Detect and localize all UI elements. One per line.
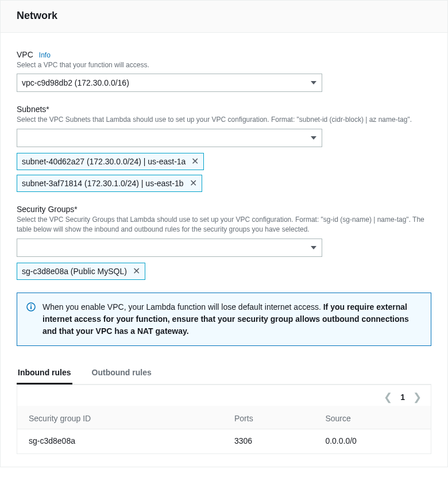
subnets-select[interactable]	[17, 129, 322, 147]
vpc-label-text: VPC	[17, 50, 33, 59]
column-ports: Ports	[224, 406, 315, 429]
alert-text-prefix: When you enable VPC, your Lambda functio…	[43, 302, 323, 312]
network-panel: Network VPC Info Select a VPC that your …	[0, 0, 448, 467]
subnets-field: Subnets* Select the VPC Subnets that Lam…	[17, 105, 431, 191]
panel-body: VPC Info Select a VPC that your function…	[1, 33, 447, 467]
security-groups-field: Security Groups* Select the VPC Security…	[17, 205, 431, 280]
panel-header: Network	[1, 1, 447, 33]
alert-text: When you enable VPC, your Lambda functio…	[43, 301, 422, 337]
close-icon[interactable]: ✕	[190, 179, 197, 188]
security-group-token: sg-c3d8e08a (Public MySQL) ✕	[17, 263, 145, 280]
security-groups-description: Select the VPC Security Groups that Lamb…	[17, 215, 431, 235]
security-groups-label-text: Security Groups*	[17, 205, 78, 214]
table-header-row: Security group ID Ports Source	[17, 406, 431, 429]
svg-point-1	[30, 304, 32, 305]
chevron-down-icon	[311, 136, 316, 140]
subnet-token: subnet-40d62a27 (172.30.0.0/24) | us-eas…	[17, 153, 204, 170]
subnets-tokens: subnet-40d62a27 (172.30.0.0/24) | us-eas…	[17, 153, 431, 192]
tab-inbound-rules[interactable]: Inbound rules	[17, 362, 72, 384]
vpc-select-value: vpc-c9d98db2 (172.30.0.0/16)	[22, 78, 129, 87]
rules-tabs: Inbound rules Outbound rules	[17, 362, 431, 385]
subnet-token: subnet-3af71814 (172.30.1.0/24) | us-eas…	[17, 175, 202, 192]
security-group-token-label: sg-c3d8e08a (Public MySQL)	[22, 267, 127, 276]
close-icon[interactable]: ✕	[133, 267, 140, 276]
column-security-group-id: Security group ID	[17, 406, 224, 429]
page-next-icon[interactable]: ❯	[413, 391, 422, 403]
vpc-internet-alert: When you enable VPC, your Lambda functio…	[17, 293, 431, 346]
column-source: Source	[315, 406, 431, 429]
vpc-label: VPC Info	[17, 50, 431, 59]
vpc-description: Select a VPC that your function will acc…	[17, 60, 431, 70]
panel-title: Network	[17, 10, 431, 22]
vpc-field: VPC Info Select a VPC that your function…	[17, 50, 431, 92]
page-number: 1	[400, 393, 405, 402]
vpc-select[interactable]: vpc-c9d98db2 (172.30.0.0/16)	[17, 74, 322, 92]
cell-source: 0.0.0.0/0	[315, 429, 431, 453]
security-groups-select[interactable]	[17, 239, 322, 257]
table-row: sg-c3d8e08a 3306 0.0.0.0/0	[17, 429, 431, 453]
subnet-token-label: subnet-3af71814 (172.30.1.0/24) | us-eas…	[22, 179, 184, 188]
subnets-label: Subnets*	[17, 105, 431, 114]
cell-ports: 3306	[224, 429, 315, 453]
close-icon[interactable]: ✕	[191, 157, 199, 166]
vpc-info-link[interactable]: Info	[39, 51, 51, 59]
info-icon	[26, 302, 36, 312]
subnets-description: Select the VPC Subnets that Lambda shoul…	[17, 115, 431, 125]
rules-table-card: ❮ 1 ❯ Security group ID Ports Source sg-…	[17, 385, 431, 454]
svg-rect-2	[30, 306, 32, 309]
subnet-token-label: subnet-40d62a27 (172.30.0.0/24) | us-eas…	[22, 157, 186, 166]
chevron-down-icon	[311, 81, 316, 84]
security-groups-tokens: sg-c3d8e08a (Public MySQL) ✕	[17, 263, 431, 280]
table-pagination: ❮ 1 ❯	[17, 385, 431, 406]
chevron-down-icon	[311, 246, 316, 249]
cell-security-group-id: sg-c3d8e08a	[17, 429, 224, 453]
security-groups-label: Security Groups*	[17, 205, 431, 214]
page-prev-icon[interactable]: ❮	[384, 391, 392, 403]
subnets-label-text: Subnets*	[17, 105, 49, 114]
tab-outbound-rules[interactable]: Outbound rules	[91, 362, 153, 384]
inbound-rules-table: Security group ID Ports Source sg-c3d8e0…	[17, 406, 431, 453]
